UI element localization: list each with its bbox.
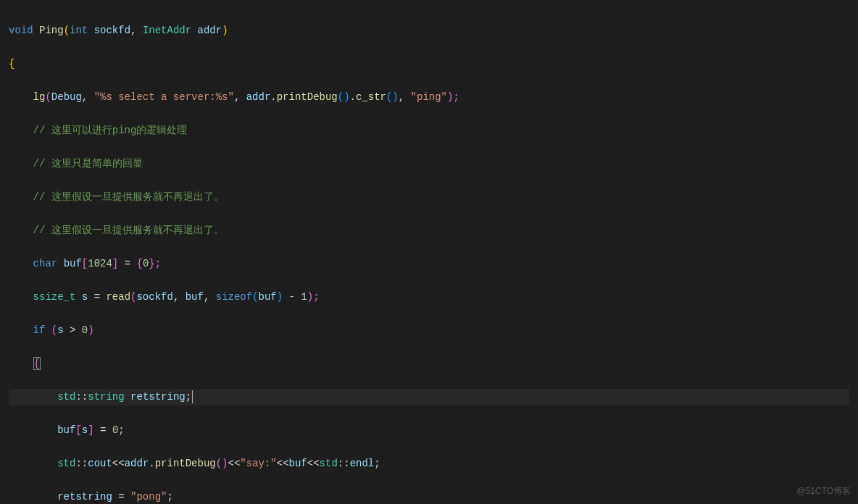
code-line: lg(Debug, "%s select a server:%s", addr.… — [9, 89, 849, 106]
code-line: // 这里假设一旦提供服务就不再退出了。 — [9, 189, 849, 206]
code-line: { — [9, 356, 849, 372]
text-cursor — [192, 390, 193, 403]
code-line: char buf[1024] = {0}; — [9, 256, 849, 272]
code-line: if (s > 0) — [9, 322, 849, 339]
code-line: buf[s] = 0; — [9, 422, 849, 439]
code-line-active: std::string retstring; — [9, 389, 849, 406]
code-line: ssize_t s = read(sockfd, buf, sizeof(buf… — [9, 289, 849, 306]
watermark: @51CTO博客 — [796, 483, 851, 500]
code-line: { — [9, 56, 849, 72]
code-line: // 这里可以进行ping的逻辑处理 — [9, 122, 849, 139]
code-line: // 这里只是简单的回显 — [9, 156, 849, 172]
code-editor[interactable]: void Ping(int sockfd, InetAddr addr) { l… — [0, 0, 858, 504]
code-line: std::cout<<addr.printDebug()<<"say:"<<bu… — [9, 455, 849, 472]
code-line: void Ping(int sockfd, InetAddr addr) — [9, 22, 849, 39]
code-line: retstring = "pong"; — [9, 489, 849, 504]
code-line: // 这里假设一旦提供服务就不再退出了。 — [9, 222, 849, 239]
